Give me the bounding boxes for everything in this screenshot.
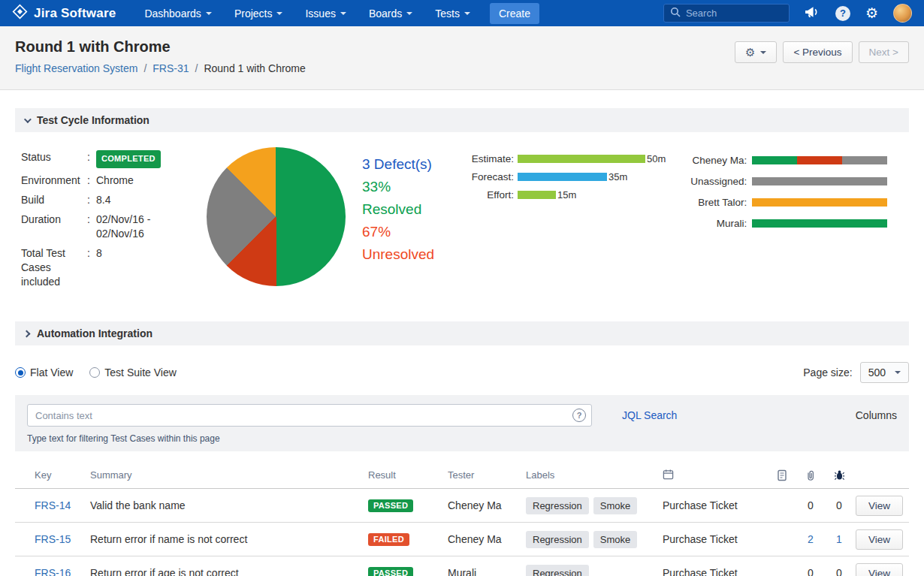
user-avatar[interactable]	[893, 4, 912, 23]
radio-unselected-icon	[89, 367, 100, 378]
page-size-select[interactable]: 500	[860, 362, 909, 383]
search-icon	[670, 7, 681, 20]
chevron-down-icon	[760, 51, 766, 54]
header-actions: ⚙ < Previous Next >	[735, 41, 909, 63]
field-environment: Environment : Chrome	[21, 173, 190, 188]
col-summary: Summary	[90, 469, 368, 481]
section-title: Automation Integration	[37, 327, 152, 339]
filter-panel: ? JQL Search Columns Type text for filte…	[15, 395, 909, 451]
tester-stacked-bar	[752, 219, 887, 228]
search-input[interactable]	[686, 8, 776, 19]
execution-pie-chart	[207, 147, 346, 286]
breadcrumb-separator: /	[143, 62, 146, 74]
view-button[interactable]: View	[856, 563, 903, 576]
contains-text-input[interactable]	[27, 404, 592, 427]
defects-count-link[interactable]: 3 Defect(s)	[362, 156, 432, 172]
nav-tests[interactable]: Tests	[435, 8, 470, 20]
view-button[interactable]: View	[856, 529, 903, 550]
nav-boards[interactable]: Boards	[369, 8, 412, 20]
result-badge: PASSED	[368, 499, 413, 512]
field-build: Build : 8.4	[21, 193, 190, 207]
cycle-settings-button[interactable]: ⚙	[735, 41, 777, 63]
label-chip: Smoke	[593, 497, 637, 514]
tester-progress-row: Unassigned:	[678, 176, 887, 187]
chevron-down-icon	[340, 12, 346, 15]
cycle-fields: Status : COMPLETED Environment : Chrome …	[21, 144, 190, 294]
tester-progress-chart: Cheney Ma: Unassigned: Brett Talor: Mura…	[678, 144, 887, 294]
help-icon[interactable]: ?	[835, 6, 850, 21]
col-key: Key	[15, 469, 90, 481]
flat-view-radio[interactable]: Flat View	[15, 366, 73, 378]
page-size-label: Page size:	[803, 366, 852, 378]
breadcrumb-current: Round 1 with Chrome	[204, 62, 305, 74]
jira-logo[interactable]: Jira Software	[12, 4, 116, 23]
col-result: Result	[368, 469, 448, 481]
gear-icon: ⚙	[745, 47, 755, 58]
nav-projects[interactable]: Projects	[234, 8, 283, 20]
table-row: FRS-14 Valid the bank name PASSED Cheney…	[15, 489, 909, 523]
global-search[interactable]	[663, 4, 790, 23]
defect-count: 0	[825, 499, 853, 511]
nav-dashboards[interactable]: Dashboards	[144, 8, 212, 20]
announcement-icon[interactable]	[805, 6, 820, 20]
next-button[interactable]: Next >	[859, 41, 909, 63]
cycle-info-section-header[interactable]: Test Cycle Information	[15, 108, 909, 132]
attachment-count[interactable]: 2	[796, 533, 825, 545]
tester-progress-row: Brett Talor:	[678, 197, 887, 208]
testcase-key-link[interactable]: FRS-14	[35, 499, 71, 511]
defect-count[interactable]: 1	[825, 533, 853, 545]
jql-search-link[interactable]: JQL Search	[622, 409, 677, 421]
automation-section-header[interactable]: Automation Integration	[15, 321, 909, 345]
section-title: Test Cycle Information	[37, 114, 149, 126]
view-controls: Flat View Test Suite View Page size: 500	[0, 345, 924, 392]
radio-selected-icon	[15, 367, 26, 378]
view-button[interactable]: View	[856, 496, 903, 516]
testcase-key-link[interactable]: FRS-15	[35, 533, 71, 545]
gear-icon[interactable]: ⚙	[865, 6, 878, 20]
chevron-down-icon	[464, 12, 470, 15]
defect-count: 0	[825, 567, 853, 576]
page-header: Round 1 with Chrome Flight Reservation S…	[0, 26, 924, 90]
columns-button[interactable]: Columns	[856, 409, 897, 421]
document-icon	[768, 469, 796, 481]
filter-help-icon[interactable]: ?	[572, 409, 586, 422]
testcase-summary: Valid the bank name	[90, 499, 368, 511]
defects-summary: 3 Defect(s) 33% Resolved 67% Unresolved	[362, 144, 446, 294]
table-row: FRS-16 Return error if age is not correc…	[15, 556, 909, 576]
testcase-key-link[interactable]: FRS-16	[35, 567, 71, 576]
result-badge: FAILED	[368, 533, 409, 546]
test-cases-table: Key Summary Result Tester Labels FRS-14 …	[15, 462, 909, 576]
estimate-bar	[518, 155, 645, 163]
test-suite-view-radio[interactable]: Test Suite View	[89, 366, 176, 378]
time-tracking-chart: Estimate: 50m Forecast: 35m Effort: 15m	[466, 144, 666, 294]
chevron-down-icon	[895, 371, 901, 374]
field-total-test-cases: Total Test Cases included : 8	[21, 246, 190, 289]
effort-row: Effort: 15m	[466, 189, 666, 201]
tester-stacked-bar	[752, 198, 887, 207]
bug-icon	[825, 469, 853, 481]
col-tester: Tester	[448, 469, 526, 481]
brand-text: Jira Software	[34, 6, 116, 21]
col-labels: Labels	[526, 469, 663, 481]
label-chip: Regression	[526, 497, 589, 514]
requirement-text: Purchase Ticket	[663, 533, 768, 545]
chevron-down-icon	[276, 12, 282, 15]
breadcrumb: Flight Reservation System / FRS-31 / Rou…	[15, 62, 306, 74]
defects-resolved: 33% Resolved	[362, 176, 446, 221]
nav-menus: Dashboards Projects Issues Boards Tests	[144, 8, 470, 20]
nav-issues[interactable]: Issues	[305, 8, 346, 20]
label-chip: Regression	[526, 565, 589, 576]
tester-name: Cheney Ma	[448, 533, 526, 545]
previous-button[interactable]: < Previous	[783, 41, 852, 63]
top-navbar: Jira Software Dashboards Projects Issues…	[0, 0, 924, 26]
create-button[interactable]: Create	[490, 3, 539, 24]
tester-stacked-bar	[752, 177, 887, 185]
breadcrumb-project-link[interactable]: Flight Reservation System	[15, 62, 137, 74]
effort-bar	[518, 191, 556, 199]
paperclip-icon	[796, 469, 825, 481]
result-badge: PASSED	[368, 567, 413, 576]
field-status: Status : COMPLETED	[21, 150, 190, 168]
testcase-summary: Return error if age is not correct	[90, 567, 368, 576]
breadcrumb-issue-link[interactable]: FRS-31	[152, 62, 189, 74]
defects-unresolved: 67% Unresolved	[362, 221, 446, 266]
